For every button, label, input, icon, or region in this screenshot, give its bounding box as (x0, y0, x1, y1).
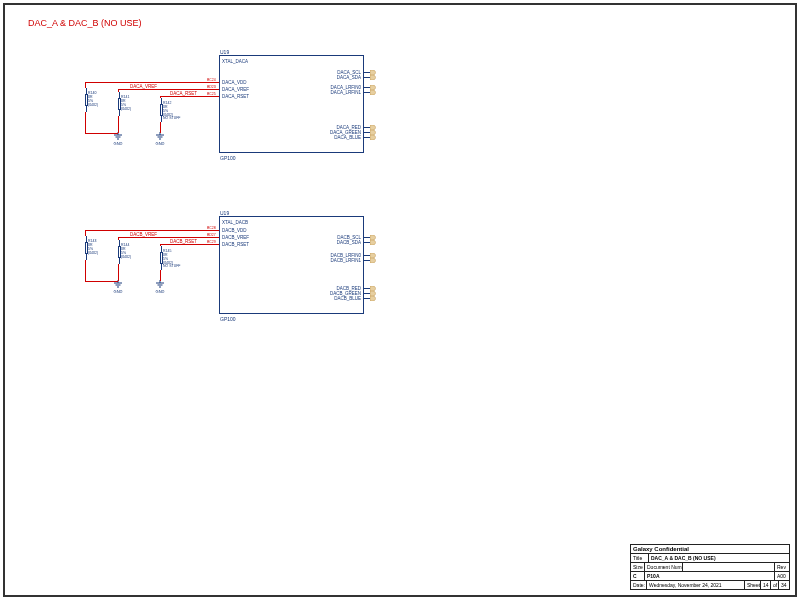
net-b-rset: DACB_RSET (170, 239, 197, 244)
wire (85, 133, 118, 134)
resistor-b1: R1430R5%(0402) (80, 236, 92, 260)
svg-marker-6 (370, 135, 376, 140)
gnd-a2: GND (154, 132, 166, 146)
net-a-rset: DACA_RSET (170, 91, 197, 96)
wire (160, 96, 219, 97)
ic-b-ref: U19 (220, 210, 229, 216)
gnd-a1: GND (112, 132, 124, 146)
wire (118, 237, 219, 238)
ic-a-part: GP100 (220, 155, 236, 161)
tb-date-label: Date: (631, 581, 647, 589)
wire (85, 260, 86, 282)
tb-docnum-label: Document Number (645, 563, 683, 571)
tb-title-label: Title (631, 554, 649, 562)
tb-date: Wednesday, November 24, 2021 (647, 581, 745, 589)
net-a-vref: DACA_VREF (130, 84, 157, 89)
tb-size-label: Size (631, 563, 645, 571)
port-icon (370, 75, 376, 80)
port-icon (370, 135, 376, 140)
pin-a-vdd: DACA_VDD (222, 80, 247, 85)
port-icon (370, 90, 376, 95)
ic-b-part: GP100 (220, 316, 236, 322)
wire (160, 96, 161, 98)
wire (118, 89, 219, 90)
pin-a-rset: DACA_RSET (222, 94, 249, 99)
page-title: DAC_A & DAC_B (NO USE) (28, 18, 142, 28)
svg-marker-3 (370, 90, 376, 95)
tb-company: Galaxy Confidential (631, 545, 789, 553)
gnd-b1: GND (112, 280, 124, 294)
wire (85, 82, 86, 88)
resistor-b3: R1450R5%(0402)NO STUFF (155, 246, 167, 270)
tb-title: DAC_A & DAC_B (NO USE) (649, 554, 789, 562)
pin-b-xtal: XTAL_DACB (222, 220, 248, 225)
resistor-a1: R1400R5%(0402) (80, 88, 92, 112)
pin-b-vref: DACB_VREF (222, 235, 249, 240)
wire (160, 122, 161, 133)
resistor-b2: R1440R5%(0402) (113, 240, 125, 264)
net-b-vref: DACB_VREF (130, 232, 157, 237)
title-block: Galaxy Confidential Title DAC_A & DAC_B … (630, 544, 790, 590)
pin-a-blue: DACA_BLUE (325, 135, 361, 140)
pin-b-rset: DACB_RSET (222, 242, 249, 247)
wire (160, 244, 219, 245)
pin-b-blue: DACB_BLUE (325, 296, 361, 301)
svg-marker-18 (370, 258, 376, 263)
tb-sheet-label: Sheet (745, 581, 761, 589)
tb-size: C (631, 572, 645, 580)
pin-a-xtal: XTAL_DACA (222, 59, 248, 64)
tb-rev: A00 (775, 572, 789, 580)
tb-docnum: P10A (645, 572, 775, 580)
wire (85, 230, 219, 231)
port-icon (370, 240, 376, 245)
pin-a-sda: DACA_SDA (325, 75, 361, 80)
wire (118, 237, 119, 240)
svg-marker-16 (370, 240, 376, 245)
pin-b-lrfin1: DACB_LRFIN1 (320, 258, 361, 263)
ic-a-ref: U19 (220, 49, 229, 55)
tb-of: 34 (779, 581, 789, 589)
port-icon (370, 258, 376, 263)
svg-marker-21 (370, 296, 376, 301)
wire (118, 89, 119, 92)
wire (160, 244, 161, 246)
svg-marker-1 (370, 75, 376, 80)
wire (85, 82, 219, 83)
wire (118, 116, 119, 133)
tb-sheet: 14 (761, 581, 771, 589)
wire (85, 281, 118, 282)
wire (118, 264, 119, 281)
tb-rev-label: Rev (775, 563, 789, 571)
resistor-a3: R1420R5%(0402)NO STUFF (155, 98, 167, 122)
wire (85, 112, 86, 134)
port-icon (370, 296, 376, 301)
wire (160, 270, 161, 281)
resistor-a2: R1410R5%(0402) (113, 92, 125, 116)
gnd-b2: GND (154, 280, 166, 294)
pin-a-lrfin1: DACA_LRFIN1 (320, 90, 361, 95)
tb-of-label: of (771, 581, 779, 589)
wire (85, 230, 86, 236)
pin-a-vref: DACA_VREF (222, 87, 249, 92)
pin-b-vdd: DACB_VDD (222, 228, 247, 233)
pin-b-sda: DACB_SDA (325, 240, 361, 245)
